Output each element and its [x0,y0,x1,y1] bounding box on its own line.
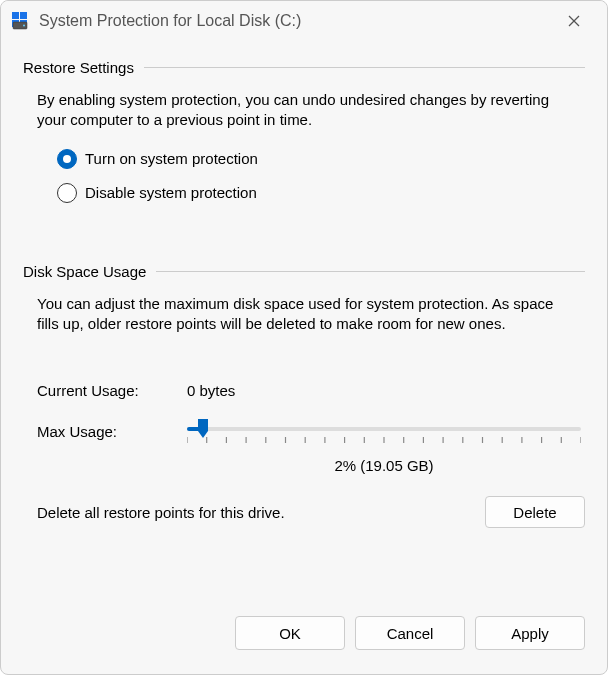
usage-description: You can adjust the maximum disk space us… [37,294,571,335]
restore-description: By enabling system protection, you can u… [37,90,571,131]
max-usage-row: Max Usage: 2% (19.05 GB) [37,421,585,474]
max-usage-slider[interactable] [187,427,581,431]
protection-radio-group: Turn on system protection Disable system… [57,149,585,203]
delete-button[interactable]: Delete [485,496,585,528]
divider [156,271,585,272]
dialog-body: Restore Settings By enabling system prot… [1,41,607,600]
radio-turn-on[interactable]: Turn on system protection [57,149,585,169]
delete-row: Delete all restore points for this drive… [37,496,585,528]
svg-point-5 [23,25,25,27]
usage-section-header: Disk Space Usage [23,263,585,280]
current-usage-row: Current Usage: 0 bytes [37,382,585,399]
window-title: System Protection for Local Disk (C:) [39,12,551,30]
radio-unchecked-icon [57,183,77,203]
dialog-window: System Protection for Local Disk (C:) Re… [0,0,608,675]
system-protection-icon [11,11,31,31]
restore-section-label: Restore Settings [23,59,134,76]
restore-section-header: Restore Settings [23,59,585,76]
slider-ticks [187,433,581,443]
svg-rect-0 [12,12,19,19]
divider [144,67,585,68]
max-usage-label: Max Usage: [37,421,187,440]
dialog-footer: OK Cancel Apply [1,600,607,674]
titlebar: System Protection for Local Disk (C:) [1,1,607,41]
current-usage-value: 0 bytes [187,382,235,399]
radio-disable[interactable]: Disable system protection [57,183,585,203]
radio-off-label: Disable system protection [85,184,257,201]
slider-value-text: 2% (19.05 GB) [187,457,581,474]
ok-button[interactable]: OK [235,616,345,650]
current-usage-label: Current Usage: [37,382,187,399]
close-button[interactable] [551,5,597,37]
radio-checked-icon [57,149,77,169]
apply-button[interactable]: Apply [475,616,585,650]
usage-section-label: Disk Space Usage [23,263,146,280]
max-usage-slider-wrap: 2% (19.05 GB) [187,421,585,474]
close-icon [568,15,580,27]
svg-rect-1 [20,12,27,19]
radio-on-label: Turn on system protection [85,150,258,167]
delete-description: Delete all restore points for this drive… [37,504,475,521]
cancel-button[interactable]: Cancel [355,616,465,650]
